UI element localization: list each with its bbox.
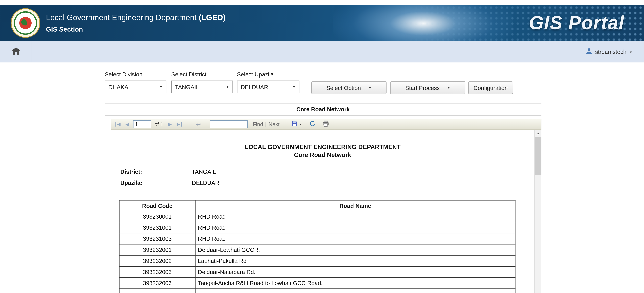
refresh-icon <box>309 120 316 128</box>
road-code-cell: 393232001 <box>119 244 195 256</box>
division-label: Select Division <box>105 71 166 78</box>
dropdown-arrow-icon: ▼ <box>292 85 296 89</box>
road-name-cell: Tangail-Aricha R&H Road to Lowhati GCC R… <box>195 278 515 289</box>
export-save-icon <box>291 120 298 128</box>
district-select[interactable]: TANGAIL ▼ <box>171 80 233 93</box>
road-name-cell: Delduar-Lowhati GCCR. <box>195 244 515 256</box>
find-next-separator: | <box>265 121 266 128</box>
find-next-link[interactable]: Next <box>268 121 280 128</box>
road-table-row: 393232006Tangail-Aricha R&H Road to Lowh… <box>119 278 515 289</box>
road-table-header-row: Road Code Road Name <box>119 200 515 211</box>
report-toolbar: ◀ ◀ of 1 ▶ ▶ ↩ Find | Next ▼ <box>111 119 542 130</box>
printer-icon <box>322 120 329 128</box>
road-table-row: 393232002Lauhati-Pakulla Rd <box>119 256 515 266</box>
road-name-cell: Delduar-Natiapara Rd. <box>195 266 515 278</box>
road-code-cell: 393232003 <box>119 266 195 278</box>
division-selected-value: DHAKA <box>108 84 128 90</box>
upazila-field-value: DELDUAR <box>192 180 219 186</box>
export-button[interactable]: ▼ <box>291 120 302 128</box>
user-menu[interactable]: streamstech ▼ <box>586 41 632 62</box>
road-table: Road Code Road Name 393230001RHD Road393… <box>119 200 516 293</box>
district-label: Select District <box>171 71 233 78</box>
org-abbr-text: (LGED) <box>199 13 226 22</box>
org-name-text: Local Government Engineering Department <box>46 13 199 22</box>
print-button[interactable] <box>322 120 329 128</box>
report-title-line1: LOCAL GOVERNMENT ENGINEERING DEPARTMENT <box>111 144 534 150</box>
road-name-cell: Lauhati-Pakulla Rd <box>195 256 515 266</box>
first-page-icon[interactable]: ◀ <box>116 122 121 126</box>
gis-portal-page: Local Government Engineering Department … <box>0 0 644 293</box>
home-icon <box>12 47 20 56</box>
district-field-value: TANGAIL <box>192 168 216 175</box>
district-filter-group: Select District TANGAIL ▼ <box>171 71 233 93</box>
find-text-input[interactable] <box>210 120 248 128</box>
division-select[interactable]: DHAKA ▼ <box>105 80 166 93</box>
page-number-input[interactable] <box>133 120 151 128</box>
back-to-parent-icon[interactable]: ↩ <box>196 121 201 128</box>
road-code-cell: 393231001 <box>119 222 195 233</box>
road-table-row: 393232003Delduar-Natiapara Rd. <box>119 266 515 278</box>
chevron-down-icon: ▼ <box>368 86 372 90</box>
previous-page-icon[interactable]: ◀ <box>126 122 129 126</box>
report-title-line2: Core Road Network <box>111 151 534 158</box>
start-process-label: Start Process <box>405 84 440 91</box>
last-page-icon[interactable]: ▶ <box>177 122 182 126</box>
scrollbar-thumb[interactable] <box>535 137 542 175</box>
configuration-button[interactable]: Configuration <box>468 82 513 94</box>
org-section: GIS Section <box>46 26 226 33</box>
upazila-filter-group: Select Upazila DELDUAR ▼ <box>237 71 300 93</box>
road-table-container: Road Code Road Name 393230001RHD Road393… <box>119 200 516 293</box>
upazila-select[interactable]: DELDUAR ▼ <box>237 80 300 93</box>
next-page-icon[interactable]: ▶ <box>168 122 172 126</box>
road-name-header: Road Name <box>195 200 515 211</box>
upazila-selected-value: DELDUAR <box>241 84 268 90</box>
district-selected-value: TANGAIL <box>175 84 199 90</box>
road-table-row: 393232001Delduar-Lowhati GCCR. <box>119 244 515 256</box>
lged-logo-icon <box>11 8 40 38</box>
road-table-body: 393230001RHD Road393231001RHD Road393231… <box>119 211 515 293</box>
road-table-row: 393231001RHD Road <box>119 222 515 233</box>
report-viewport: LOCAL GOVERNMENT ENGINEERING DEPARTMENT … <box>111 130 542 293</box>
road-table-row: 393231003RHD Road <box>119 233 515 244</box>
scroll-up-icon[interactable]: ▲ <box>535 130 541 137</box>
report-scrollbar[interactable]: ▲ <box>534 130 542 293</box>
org-name: Local Government Engineering Department … <box>46 13 226 22</box>
chevron-down-icon: ▼ <box>629 50 632 54</box>
section-title-bar: Core Road Network <box>105 104 541 116</box>
road-name-cell: RHD Road <box>195 233 515 244</box>
road-code-header: Road Code <box>119 200 195 211</box>
road-code-cell: 393230001 <box>119 211 195 222</box>
chevron-down-icon: ▼ <box>447 86 450 90</box>
road-code-cell: 393232002 <box>119 256 195 266</box>
road-table-row: 393230001RHD Road <box>119 211 515 222</box>
dropdown-arrow-icon: ▼ <box>226 85 229 89</box>
refresh-button[interactable] <box>309 120 316 128</box>
division-filter-group: Select Division DHAKA ▼ <box>105 71 166 93</box>
org-title-block: Local Government Engineering Department … <box>46 13 226 33</box>
road-code-cell: 393232006 <box>119 278 195 289</box>
page-total-label: of 1 <box>154 121 163 128</box>
user-icon <box>586 48 592 56</box>
start-process-button[interactable]: Start Process ▼ <box>390 82 466 94</box>
find-link[interactable]: Find <box>252 121 263 128</box>
configuration-label: Configuration <box>474 84 508 91</box>
header-banner: Local Government Engineering Department … <box>0 5 644 41</box>
road-name-cell: RHD Road <box>195 222 515 233</box>
chevron-down-icon: ▼ <box>299 123 302 126</box>
section-title: Core Road Network <box>296 106 350 112</box>
upazila-field-label: Upazila: <box>120 180 142 186</box>
road-table-row-partial <box>119 289 515 293</box>
dropdown-arrow-icon: ▼ <box>160 85 163 89</box>
district-field-label: District: <box>120 168 142 175</box>
navbar: streamstech ▼ <box>0 41 644 62</box>
report-viewer: ◀ ◀ of 1 ▶ ▶ ↩ Find | Next ▼ <box>111 119 542 293</box>
home-button[interactable] <box>0 41 32 62</box>
road-code-cell: 393231003 <box>119 233 195 244</box>
upazila-label: Select Upazila <box>237 71 300 78</box>
road-name-cell: RHD Road <box>195 211 515 222</box>
user-name: streamstech <box>595 48 626 55</box>
select-option-button[interactable]: Select Option ▼ <box>311 82 386 94</box>
select-option-label: Select Option <box>326 84 361 91</box>
gis-portal-title: GIS Portal <box>529 12 624 34</box>
